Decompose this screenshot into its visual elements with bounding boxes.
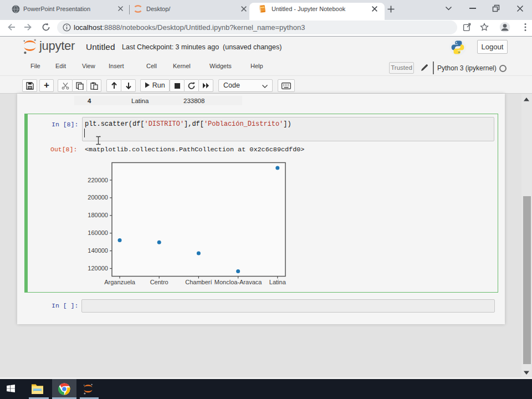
- svg-text:Arganzuela: Arganzuela: [104, 279, 136, 285]
- svg-text:220000: 220000: [88, 177, 108, 183]
- svg-text:Latina: Latina: [269, 279, 287, 285]
- svg-text:180000: 180000: [88, 212, 108, 218]
- svg-text:160000: 160000: [88, 229, 108, 236]
- svg-text:200000: 200000: [88, 194, 108, 201]
- svg-text:Chamberí: Chamberí: [185, 279, 212, 285]
- svg-text:140000: 140000: [88, 247, 108, 254]
- svg-text:Moncloa-Aravaca: Moncloa-Aravaca: [214, 279, 262, 285]
- svg-text:120000: 120000: [88, 265, 108, 272]
- svg-text:Centro: Centro: [150, 279, 168, 285]
